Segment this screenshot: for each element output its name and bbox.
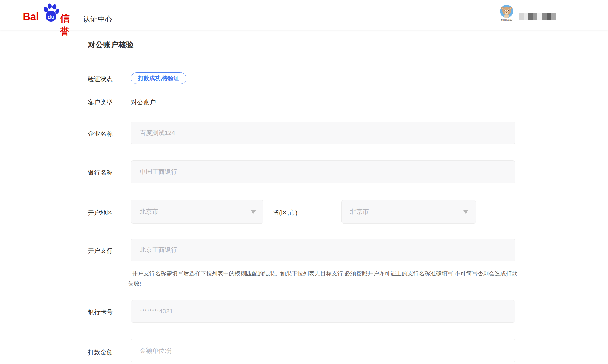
field-label-amount: 打款金额	[88, 348, 113, 357]
field-label-customer-type: 客户类型	[88, 98, 113, 107]
company-name-input[interactable]	[131, 122, 515, 144]
page-title: 对公账户核验	[88, 40, 134, 50]
user-avatar[interactable]: zybqjy123	[500, 5, 513, 21]
account-verification-page: Bai du 信誉 认证中心	[0, 0, 608, 364]
branch-note: 开户支行名称需填写后选择下拉列表中的模糊匹配的结果。如果下拉列表无目标支行,必须…	[128, 268, 517, 289]
username-text: zybqjy123	[500, 18, 513, 21]
branch-input[interactable]	[131, 239, 515, 261]
field-label-company-name: 企业名称	[88, 130, 113, 138]
avatar-bear-icon	[500, 5, 513, 18]
chevron-down-icon	[251, 210, 256, 214]
region-unit-label: 省(区,市)	[273, 209, 297, 217]
chevron-down-icon	[463, 210, 468, 214]
province-dropdown[interactable]: 北京市	[131, 200, 263, 224]
baidu-paw-icon: du	[43, 3, 59, 23]
header-divider	[77, 13, 77, 22]
field-label-branch: 开户支行	[88, 247, 113, 255]
customer-type-value: 对公账户	[131, 98, 156, 107]
field-label-bank-name: 银行名称	[88, 168, 113, 177]
amount-input[interactable]	[131, 339, 515, 362]
top-header: Bai du 信誉 认证中心	[0, 0, 608, 30]
field-label-card-number: 银行卡号	[88, 308, 113, 316]
field-label-status: 验证状态	[88, 75, 113, 83]
status-badge: 打款成功,待验证	[131, 72, 186, 84]
bank-name-input[interactable]	[131, 160, 515, 183]
card-number-input[interactable]	[131, 300, 515, 323]
svg-text:du: du	[48, 14, 54, 20]
redacted-text	[519, 13, 556, 20]
logo-text-bai: Bai	[23, 11, 39, 23]
field-label-region: 开户地区	[88, 209, 113, 217]
site-section-title: 认证中心	[83, 14, 112, 24]
city-dropdown-value: 北京市	[350, 207, 369, 216]
city-dropdown[interactable]: 北京市	[341, 200, 476, 224]
province-dropdown-value: 北京市	[140, 207, 158, 216]
logo-text-xinyu: 信誉	[60, 12, 70, 38]
